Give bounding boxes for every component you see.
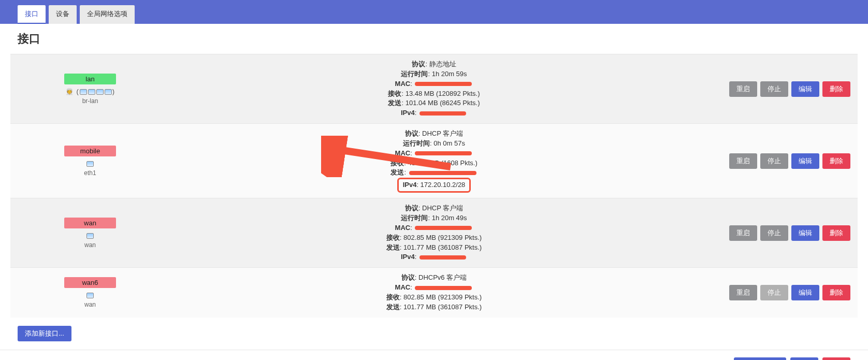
interface-badge-col: lan 👳 () br-lan <box>18 74 163 105</box>
interface-actions: 重启 停止 编辑 删除 <box>705 153 850 169</box>
interface-row: wan wan 协议: DHCP 客户端运行时间: 1h 20m 49sMAC:… <box>10 198 858 267</box>
interface-row: wan6 wan 协议: DHCPv6 客户端MAC: 接收: 802.85 M… <box>10 267 858 317</box>
page-wrapper: 接口 设备 全局网络选项 接口 lan 👳 () br-lan 协议: 静态地址… <box>0 5 868 360</box>
restart-button[interactable]: 重启 <box>729 153 757 169</box>
delete-button[interactable]: 删除 <box>822 285 850 300</box>
restart-button[interactable]: 重启 <box>729 81 757 97</box>
stop-button[interactable]: 停止 <box>760 225 788 241</box>
save-apply-button[interactable]: 保存并应用 <box>734 357 786 360</box>
device-name: br-lan <box>18 97 163 105</box>
add-interface-button[interactable]: 添加新接口... <box>18 326 71 341</box>
add-row: 添加新接口... <box>0 318 868 350</box>
tab-bar: 接口 设备 全局网络选项 <box>0 5 868 24</box>
device-icons <box>18 291 163 299</box>
restart-button[interactable]: 重启 <box>729 225 757 241</box>
delete-button[interactable]: 删除 <box>822 153 850 169</box>
edit-button[interactable]: 编辑 <box>791 153 819 169</box>
stop-button[interactable]: 停止 <box>760 81 788 97</box>
device-icons <box>18 160 163 167</box>
interface-list: lan 👳 () br-lan 协议: 静态地址运行时间: 1h 20m 59s… <box>0 54 868 318</box>
restart-button[interactable]: 重启 <box>729 285 757 300</box>
delete-button[interactable]: 删除 <box>822 225 850 241</box>
interface-name-badge: mobile <box>64 146 116 156</box>
interface-name-badge: wan <box>64 218 116 228</box>
interface-row: mobile eth1 协议: DHCP 客户端运行时间: 0h 0m 57sM… <box>10 123 858 198</box>
page-title: 接口 <box>0 24 868 54</box>
interface-name-badge: wan6 <box>64 277 116 288</box>
interface-info: 协议: DHCPv6 客户端MAC: 接收: 802.85 MB (921309… <box>163 273 705 312</box>
interface-row: lan 👳 () br-lan 协议: 静态地址运行时间: 1h 20m 59s… <box>10 54 858 123</box>
device-icons: 👳 () <box>18 88 163 95</box>
delete-button[interactable]: 删除 <box>822 81 850 97</box>
device-name: wan <box>18 301 163 308</box>
interface-info: 协议: DHCP 客户端运行时间: 1h 20m 49sMAC: 接收: 802… <box>163 204 705 262</box>
tab-global-options[interactable]: 全局网络选项 <box>80 5 135 24</box>
device-name: wan <box>18 241 163 249</box>
interface-actions: 重启 停止 编辑 删除 <box>705 285 850 300</box>
interface-badge-col: wan6 wan <box>18 277 163 308</box>
interface-actions: 重启 停止 编辑 删除 <box>705 81 850 97</box>
stop-button: 停止 <box>760 285 788 300</box>
bottom-actions: 保存并应用 保存 复位 <box>0 350 868 360</box>
top-accent-bar <box>0 0 868 5</box>
interface-badge-col: wan wan <box>18 218 163 249</box>
interface-actions: 重启 停止 编辑 删除 <box>705 225 850 241</box>
ipv4-highlight: IPv4: 172.20.10.2/28 <box>397 178 471 193</box>
device-icons <box>18 232 163 239</box>
edit-button[interactable]: 编辑 <box>791 285 819 300</box>
tab-interfaces[interactable]: 接口 <box>18 5 46 24</box>
tab-devices[interactable]: 设备 <box>49 5 77 24</box>
interface-badge-col: mobile eth1 <box>18 146 163 177</box>
reset-button[interactable]: 复位 <box>822 357 850 360</box>
stop-button[interactable]: 停止 <box>760 153 788 169</box>
interface-info: 协议: 静态地址运行时间: 1h 20m 59sMAC: 接收: 13.48 M… <box>163 60 705 118</box>
interface-name-badge: lan <box>64 74 116 84</box>
interface-info: 协议: DHCP 客户端运行时间: 0h 0m 57sMAC: 接收: 485.… <box>163 129 705 193</box>
edit-button[interactable]: 编辑 <box>791 81 819 97</box>
save-button[interactable]: 保存 <box>790 357 818 360</box>
edit-button[interactable]: 编辑 <box>791 225 819 241</box>
device-name: eth1 <box>18 169 163 177</box>
